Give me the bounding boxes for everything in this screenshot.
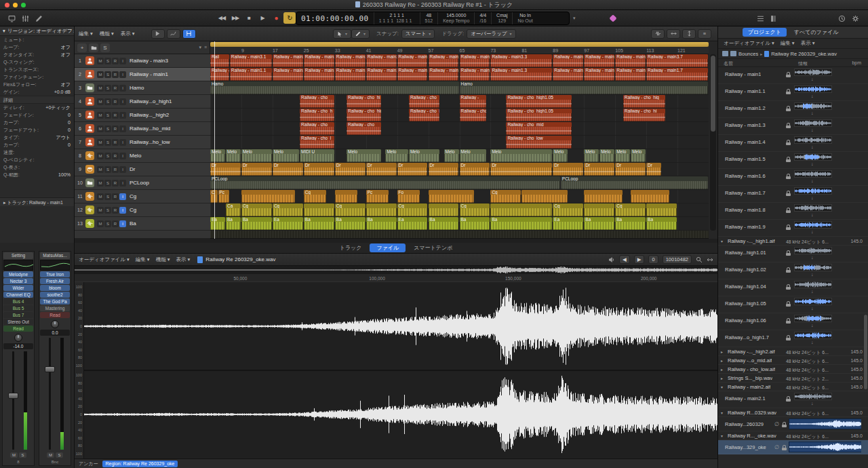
catch-playhead-icon[interactable] <box>151 29 165 39</box>
send-slot[interactable]: Bus 4 <box>3 298 33 305</box>
prev-transient-button[interactable]: ◀ <box>619 255 630 264</box>
region-badge[interactable]: Region: Railway Re 260329_oke <box>102 461 178 467</box>
edit-menu[interactable]: 編集 ▾ <box>136 256 150 263</box>
region[interactable]: Railway - main3.4 <box>615 54 646 67</box>
sample-ruler[interactable]: 50,000100,000150,000200,000 <box>75 274 717 282</box>
region[interactable]: PCLoop <box>561 176 708 189</box>
region[interactable]: Melo <box>347 149 381 162</box>
track-header[interactable]: 2MSRIRailway - main1 <box>75 68 210 81</box>
lcd-position[interactable]: 2 1 1 1 1 1 1 1128 1 1 <box>374 12 415 24</box>
file-row[interactable]: ▸Railway -..._high2.aif48 kHz 24ビット 6...… <box>718 347 868 356</box>
input-monitor-button[interactable]: I <box>119 193 126 200</box>
region[interactable]: Railway - main1 <box>584 68 614 81</box>
lcd-key[interactable]: Cmaj 129 <box>491 12 507 24</box>
track-header[interactable]: 3MSRIHamo <box>75 81 210 95</box>
disclosure-triangle[interactable]: ▾ <box>721 239 723 243</box>
record-enable-button[interactable]: R <box>112 180 119 187</box>
region-parameter-row[interactable]: Q-スウィング: <box>0 58 74 66</box>
eq-display[interactable] <box>40 260 70 271</box>
file-row[interactable]: Railway - main1.6↓ <box>718 169 868 186</box>
region[interactable] <box>584 190 622 203</box>
drag-menu[interactable]: オーバーラップ▾ <box>467 29 515 39</box>
input-monitor-button[interactable]: I <box>119 58 126 64</box>
region-parameter-row[interactable]: ゲイン:+0.0 dB <box>0 88 74 96</box>
region[interactable]: Cg <box>553 203 583 216</box>
lcd-tempo[interactable]: 145.0000 Keep Tempo <box>437 12 469 24</box>
plugin-slot[interactable]: Nectar 3 <box>3 278 33 284</box>
record-enable-button[interactable]: R <box>112 220 119 227</box>
solo-button[interactable]: S <box>104 58 111 64</box>
mute-button[interactable]: M <box>97 112 104 119</box>
eq-display[interactable] <box>3 260 33 271</box>
region[interactable]: Railway - cho <box>409 95 439 108</box>
region[interactable]: Cg <box>241 203 272 216</box>
region[interactable]: Railway - main1.6 <box>397 68 428 81</box>
region-parameter-row[interactable]: ミュート: <box>0 36 74 43</box>
mute-button[interactable]: M <box>97 153 104 159</box>
region-parameter-row[interactable]: ファインチューン: <box>0 73 74 81</box>
input-monitor-button[interactable]: I <box>119 112 126 119</box>
region[interactable]: Railway - main1.8 <box>460 68 490 81</box>
region[interactable]: Ca <box>226 203 241 216</box>
file-row[interactable]: Railway...high1.02↓ <box>718 262 868 279</box>
region[interactable]: Hamo <box>210 81 459 94</box>
input-monitor-button[interactable]: I <box>119 71 126 78</box>
region[interactable]: Ba <box>490 217 552 230</box>
clock-icon[interactable] <box>835 14 848 23</box>
region-detail-row[interactable]: 速度: <box>0 149 74 156</box>
record-enable-button[interactable]: R <box>112 71 119 78</box>
region[interactable]: Melo <box>460 149 486 162</box>
file-row[interactable]: Railway...high1.06↓ <box>718 313 868 330</box>
scrollbar-thumb[interactable] <box>711 56 715 132</box>
solo-button[interactable]: S <box>104 98 111 105</box>
region[interactable]: Dr <box>646 163 661 176</box>
region[interactable]: Dr <box>241 163 272 176</box>
region[interactable]: Ba <box>646 217 677 230</box>
solo-button[interactable]: S <box>104 207 111 214</box>
input-monitor-button[interactable]: I <box>119 220 126 227</box>
region[interactable]: Ba <box>615 217 646 230</box>
monitor-icon[interactable] <box>5 14 18 23</box>
region[interactable]: Ea <box>553 217 583 230</box>
file-row[interactable]: ▾Railway -..._high1.aif48 kHz 24ビット 6...… <box>718 237 868 246</box>
file-row[interactable]: Railway - main1.9↓ <box>718 220 868 237</box>
region[interactable]: Dr <box>584 163 614 176</box>
details-header[interactable]: 詳細 <box>0 96 74 104</box>
region[interactable]: Railway - main1 <box>366 68 397 81</box>
region[interactable]: Rail <box>210 54 229 67</box>
input-monitor-button[interactable]: I <box>119 125 126 132</box>
list-icon[interactable] <box>754 14 766 23</box>
input-monitor-button[interactable]: I <box>119 98 126 105</box>
track-header[interactable]: 6MSRIRailway...ho_mid <box>75 122 210 136</box>
track-lane[interactable]: Railway - main1Railway - main1.1Railway … <box>210 68 709 81</box>
region[interactable]: Dr <box>429 163 459 176</box>
zoom-fit-icon[interactable] <box>707 256 713 263</box>
region[interactable]: Railway - cho_high1.05 <box>506 95 572 108</box>
region[interactable]: Melo <box>553 149 568 162</box>
selection-start-value[interactable]: 0 <box>648 255 658 264</box>
region[interactable]: Pc <box>218 190 229 203</box>
solo-button[interactable]: S <box>104 139 111 146</box>
speaker-icon[interactable] <box>608 256 615 263</box>
track-header[interactable]: 12MSRICg <box>75 203 210 217</box>
tab-smart-tempo[interactable]: スマートテンポ <box>407 243 459 252</box>
region-detail-row[interactable]: ディレイ:+0ティック <box>0 104 74 111</box>
playhead[interactable] <box>214 41 215 239</box>
region-detail-row[interactable]: フェードイン:0 <box>0 111 74 119</box>
region-parameter-row[interactable]: ループ:オフ <box>0 43 74 51</box>
view-menu[interactable]: 表示 ▾ <box>121 31 135 37</box>
functions-menu[interactable]: 機能 ▾ <box>156 256 170 263</box>
mute-button[interactable]: M <box>97 193 104 200</box>
region[interactable]: Hamo <box>460 81 709 94</box>
region-detail-row[interactable]: カーブ:0 <box>0 141 74 149</box>
region[interactable] <box>366 203 397 216</box>
track-lane[interactable]: EaBaBaEaBaBaBaEaBaBaBaEaBaBaBa <box>210 217 709 231</box>
record-enable-button[interactable]: R <box>112 193 119 200</box>
tab-file[interactable]: ファイル <box>370 243 406 252</box>
region[interactable]: Railway - main1 <box>429 68 459 81</box>
region[interactable]: Melo <box>584 149 599 162</box>
region[interactable]: Melo <box>210 149 225 162</box>
track-sort-icons[interactable]: ▾≡ <box>199 45 207 50</box>
library-icon[interactable] <box>768 14 780 23</box>
send-slot[interactable]: Bus 7 <box>3 312 33 318</box>
